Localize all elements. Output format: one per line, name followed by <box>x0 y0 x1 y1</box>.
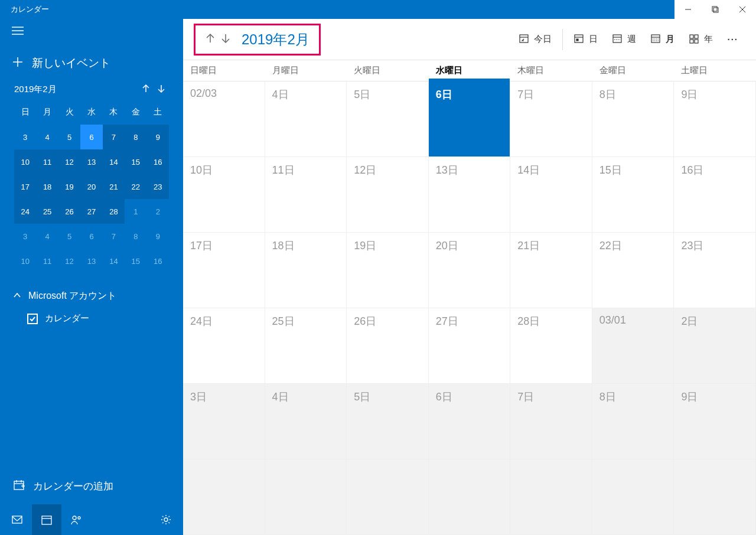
month-title[interactable]: 2019年2月 <box>242 30 309 49</box>
day-cell[interactable]: 19日 <box>347 233 429 308</box>
mini-day-cell[interactable]: 11 <box>36 249 58 273</box>
minimize-button[interactable] <box>674 0 702 19</box>
mini-day-cell[interactable]: 22 <box>125 174 146 199</box>
day-cell[interactable]: 6日 <box>429 81 511 157</box>
day-cell[interactable] <box>592 459 674 535</box>
day-cell[interactable]: 2日 <box>674 308 756 384</box>
day-cell[interactable]: 23日 <box>674 233 756 308</box>
mini-day-cell[interactable]: 23 <box>147 174 169 199</box>
mini-day-cell[interactable]: 5 <box>58 125 80 149</box>
day-cell[interactable]: 13日 <box>429 157 511 233</box>
mini-day-cell[interactable]: 14 <box>103 249 125 273</box>
mini-day-cell[interactable]: 1 <box>125 199 146 224</box>
mini-day-cell[interactable]: 13 <box>80 249 102 273</box>
day-cell[interactable]: 18日 <box>265 233 347 308</box>
day-cell[interactable]: 24日 <box>183 308 265 384</box>
day-cell[interactable]: 20日 <box>429 233 511 308</box>
day-cell[interactable]: 17日 <box>183 233 265 308</box>
day-cell[interactable]: 9日 <box>674 384 756 459</box>
day-cell[interactable]: 25日 <box>265 308 347 384</box>
day-view-button[interactable]: 日 <box>566 28 605 50</box>
day-cell[interactable] <box>510 459 592 535</box>
settings-button[interactable] <box>151 504 181 535</box>
day-cell[interactable]: 8日 <box>592 384 674 459</box>
mini-day-cell[interactable]: 4 <box>36 125 58 149</box>
day-cell[interactable] <box>347 459 429 535</box>
mini-day-cell[interactable]: 19 <box>58 174 80 199</box>
mini-day-cell[interactable]: 6 <box>80 125 102 149</box>
next-month-button[interactable] <box>220 33 231 46</box>
mini-day-cell[interactable]: 16 <box>147 149 169 174</box>
mini-day-cell[interactable]: 25 <box>36 199 58 224</box>
mini-prev-button[interactable] <box>138 84 154 94</box>
day-cell[interactable]: 7日 <box>510 81 592 157</box>
day-cell[interactable]: 9日 <box>674 81 756 157</box>
mini-day-cell[interactable]: 9 <box>147 224 169 249</box>
day-cell[interactable] <box>265 459 347 535</box>
day-cell[interactable]: 7日 <box>510 384 592 459</box>
today-button[interactable]: 今日 <box>511 28 559 50</box>
day-cell[interactable]: 3日 <box>183 384 265 459</box>
add-calendar-button[interactable]: カレンダーの追加 <box>0 468 183 504</box>
week-view-button[interactable]: 週 <box>605 28 643 50</box>
mini-day-cell[interactable]: 24 <box>14 199 36 224</box>
day-cell[interactable]: 02/03 <box>183 81 265 157</box>
mini-day-cell[interactable]: 21 <box>103 174 125 199</box>
mini-day-cell[interactable]: 18 <box>36 174 58 199</box>
day-cell[interactable] <box>429 459 511 535</box>
day-cell[interactable]: 5日 <box>347 384 429 459</box>
mini-day-cell[interactable]: 13 <box>80 149 102 174</box>
mini-day-cell[interactable]: 15 <box>125 149 146 174</box>
calendar-checkbox-item[interactable]: カレンダー <box>13 302 170 324</box>
mini-day-cell[interactable]: 7 <box>103 125 125 149</box>
day-cell[interactable]: 03/01 <box>592 308 674 384</box>
day-cell[interactable]: 4日 <box>265 81 347 157</box>
day-cell[interactable]: 5日 <box>347 81 429 157</box>
month-view-button[interactable]: 月 <box>643 28 682 50</box>
mini-day-cell[interactable]: 14 <box>103 149 125 174</box>
mini-day-cell[interactable]: 9 <box>147 125 169 149</box>
mini-day-cell[interactable]: 17 <box>14 174 36 199</box>
mini-day-cell[interactable]: 3 <box>14 125 36 149</box>
mail-button[interactable] <box>2 504 32 535</box>
day-cell[interactable]: 28日 <box>510 308 592 384</box>
more-button[interactable]: ··· <box>720 30 745 49</box>
day-cell[interactable]: 6日 <box>429 384 511 459</box>
day-cell[interactable]: 4日 <box>265 384 347 459</box>
mini-day-cell[interactable]: 20 <box>80 174 102 199</box>
hamburger-button[interactable] <box>0 19 183 45</box>
year-view-button[interactable]: 年 <box>682 28 720 50</box>
day-cell[interactable]: 16日 <box>674 157 756 233</box>
mini-day-cell[interactable]: 12 <box>58 149 80 174</box>
mini-day-cell[interactable]: 15 <box>125 249 146 273</box>
day-cell[interactable]: 12日 <box>347 157 429 233</box>
mini-day-cell[interactable]: 8 <box>125 224 146 249</box>
day-cell[interactable]: 10日 <box>183 157 265 233</box>
mini-day-cell[interactable]: 3 <box>14 224 36 249</box>
mini-day-cell[interactable]: 28 <box>103 199 125 224</box>
mini-day-cell[interactable]: 16 <box>147 249 169 273</box>
mini-next-button[interactable] <box>154 84 169 94</box>
mini-day-cell[interactable]: 11 <box>36 149 58 174</box>
mini-day-cell[interactable]: 10 <box>14 149 36 174</box>
mini-day-cell[interactable]: 27 <box>80 199 102 224</box>
account-header[interactable]: Microsoft アカウント <box>13 290 170 302</box>
day-cell[interactable]: 27日 <box>429 308 511 384</box>
day-cell[interactable]: 22日 <box>592 233 674 308</box>
day-cell[interactable]: 8日 <box>592 81 674 157</box>
people-button[interactable] <box>61 504 91 535</box>
new-event-button[interactable]: 新しいイベント <box>0 45 183 81</box>
mini-calendar-title[interactable]: 2019年2月 <box>14 84 57 95</box>
prev-month-button[interactable] <box>205 33 216 46</box>
maximize-button[interactable] <box>702 0 729 19</box>
mini-day-cell[interactable]: 8 <box>125 125 146 149</box>
mini-day-cell[interactable]: 2 <box>147 199 169 224</box>
mini-day-cell[interactable]: 7 <box>103 224 125 249</box>
mini-day-cell[interactable]: 26 <box>58 199 80 224</box>
mini-day-cell[interactable]: 5 <box>58 224 80 249</box>
close-button[interactable] <box>729 0 756 19</box>
mini-day-cell[interactable]: 12 <box>58 249 80 273</box>
mini-day-cell[interactable]: 6 <box>80 224 102 249</box>
day-cell[interactable]: 11日 <box>265 157 347 233</box>
calendar-button[interactable] <box>32 504 61 535</box>
